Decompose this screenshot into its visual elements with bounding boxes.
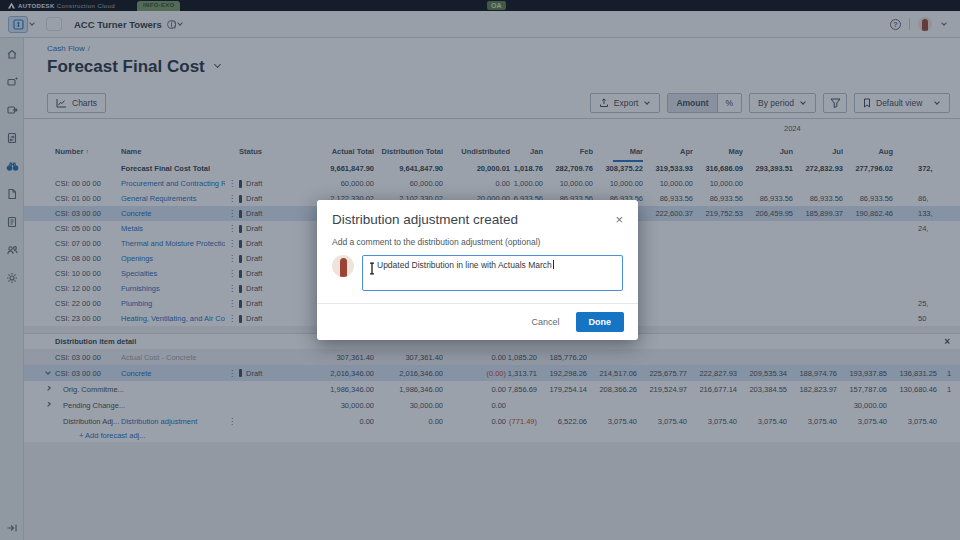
modal-title: Distribution adjustment created — [332, 212, 518, 227]
distribution-adjustment-modal: Distribution adjustment created × Add a … — [317, 200, 638, 340]
modal-close-icon[interactable]: × — [612, 212, 626, 227]
text-cursor-icon — [368, 262, 376, 275]
comment-author-avatar — [332, 255, 354, 277]
text-caret — [553, 260, 554, 269]
comment-prompt-label: Add a comment to the distribution adjust… — [332, 237, 623, 247]
cancel-button[interactable]: Cancel — [531, 317, 559, 327]
comment-text: Updated Distribution in line with Actual… — [377, 260, 552, 270]
comment-input[interactable]: Updated Distribution in line with Actual… — [362, 255, 623, 291]
done-button[interactable]: Done — [576, 312, 625, 332]
app-screen: AUTODESK Construction Cloud INFO-EXO OA … — [0, 0, 960, 540]
